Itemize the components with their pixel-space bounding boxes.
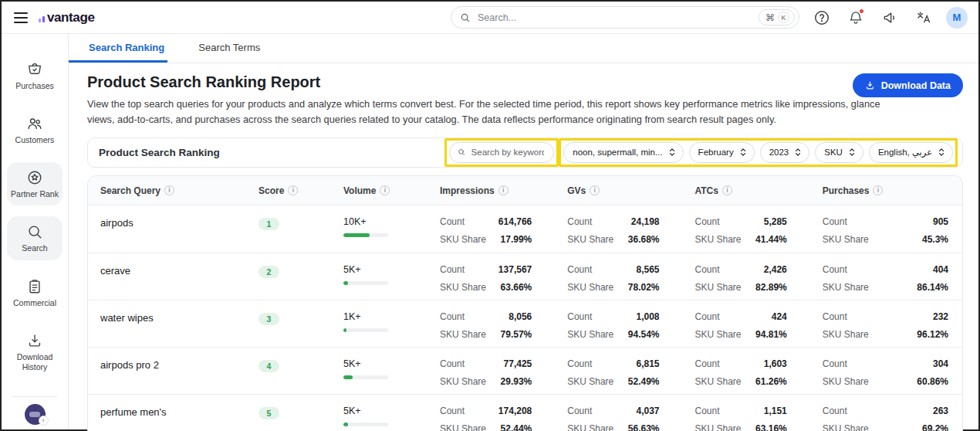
search-query-cell: airpods pro 2 — [100, 358, 259, 371]
gvs-sku-share: 78.02% — [628, 282, 660, 293]
language-button[interactable] — [912, 6, 935, 29]
marketplace-switcher[interactable]: › — [25, 404, 46, 425]
count-label: Count — [567, 216, 592, 227]
keyword-search-input[interactable] — [470, 147, 546, 158]
info-icon[interactable]: i — [164, 185, 174, 195]
impressions-cell: Count137,567 SKU Share63.66% — [440, 264, 567, 293]
sidebar-item-commercial[interactable]: Commercial — [7, 271, 63, 314]
impressions-cell: Count77,425 SKU Share29.93% — [440, 358, 567, 387]
table-row[interactable]: airpods pro 2 4 5K+ Count77,425 SKU Shar… — [88, 347, 962, 394]
sidebar-item-search[interactable]: Search — [7, 216, 63, 260]
sidebar-item-purchases[interactable]: Purchases — [7, 54, 63, 97]
notifications-button[interactable] — [844, 6, 867, 29]
search-ranking-table: Search Queryi Scorei Volumei Impressions… — [87, 175, 963, 431]
table-row[interactable]: airpods 1 10K+ Count614,766 SKU Share17.… — [88, 205, 962, 253]
gvs-sku-share: 52.49% — [628, 376, 660, 387]
sidebar-item-label: Partner Rank — [11, 189, 59, 199]
tab-search-terms[interactable]: Search Terms — [195, 34, 263, 63]
gvs-sku-share: 36.68% — [628, 234, 660, 245]
column-header-purchases[interactable]: Purchasesi — [823, 185, 950, 196]
info-icon[interactable]: i — [590, 185, 600, 195]
purchases-sku-share: 69.2% — [922, 423, 948, 431]
brand-logo[interactable]: vantage — [39, 10, 94, 25]
sidebar-divider — [12, 396, 57, 397]
count-label: Count — [567, 358, 592, 369]
column-header-volume[interactable]: Volumei — [343, 185, 440, 196]
score-badge: 1 — [259, 218, 279, 230]
table-row[interactable]: perfume men's 5 5K+ Count174,208 SKU Sha… — [88, 394, 962, 431]
purchases-cell: Count905 SKU Share45.3% — [823, 216, 950, 245]
purchases-sku-share: 96.12% — [917, 329, 948, 340]
filter-dropdown-2[interactable]: 2023 — [760, 142, 810, 163]
atcs-sku-share: 61.26% — [755, 376, 787, 387]
table-header-row: Search Queryi Scorei Volumei Impressions… — [88, 176, 962, 205]
table-row[interactable]: water wipes 3 1K+ Count8,056 SKU Share79… — [88, 300, 962, 347]
search-query-cell: cerave — [100, 264, 259, 277]
menu-hamburger-icon[interactable] — [14, 12, 28, 23]
column-header-impressions[interactable]: Impressionsi — [440, 185, 567, 196]
column-header-atcs[interactable]: ATCsi — [695, 185, 823, 196]
partner-rank-icon — [26, 169, 43, 186]
tab-search-ranking[interactable]: Search Ranking — [69, 34, 167, 63]
sort-chevrons-icon — [938, 148, 945, 157]
info-icon[interactable]: i — [288, 185, 298, 195]
purchases-cell: Count404 SKU Share86.14% — [823, 264, 950, 293]
notification-dot — [859, 8, 864, 14]
atcs-sku-share: 82.89% — [755, 282, 787, 293]
announcements-button[interactable] — [878, 6, 901, 29]
impressions-count: 8,056 — [509, 311, 532, 322]
impressions-sku-share: 63.66% — [501, 282, 532, 293]
report-tabs: Search Ranking Search Terms — [69, 34, 978, 63]
volume-value: 5K+ — [343, 406, 440, 416]
count-label: Count — [695, 358, 720, 369]
purchases-sku-share: 60.86% — [917, 376, 948, 387]
sidebar-item-partner-rank[interactable]: Partner Rank — [7, 162, 63, 205]
info-icon[interactable]: i — [873, 185, 883, 195]
info-icon[interactable]: i — [498, 185, 509, 195]
column-header-gvs[interactable]: GVsi — [567, 185, 694, 196]
sku-share-label: SKU Share — [440, 329, 486, 340]
gvs-cell: Count4,037 SKU Share56.63% — [567, 406, 694, 431]
volume-value: 5K+ — [343, 264, 440, 275]
download-data-button[interactable]: Download Data — [853, 73, 963, 97]
sku-share-label: SKU Share — [440, 234, 486, 245]
filter-value: noon, supermall, min... — [573, 148, 662, 157]
sidebar-item-customers[interactable]: Customers — [7, 108, 63, 151]
cmd-key: ⌘ — [765, 12, 775, 23]
sku-share-label: SKU Share — [440, 282, 486, 293]
impressions-cell: Count174,208 SKU Share52.44% — [440, 406, 567, 431]
info-icon[interactable]: i — [380, 185, 390, 195]
global-search-input[interactable] — [476, 12, 753, 24]
topbar: vantage ⌘ K M — [2, 2, 978, 34]
filter-dropdown-3[interactable]: SKU — [815, 142, 863, 163]
column-header-search-query[interactable]: Search Queryi — [100, 185, 259, 196]
count-label: Count — [440, 311, 465, 322]
sort-chevrons-icon — [739, 148, 747, 157]
info-icon[interactable]: i — [722, 185, 732, 195]
column-header-score[interactable]: Scorei — [259, 185, 343, 196]
page-title: Product Search Ranking Report — [87, 73, 960, 91]
gvs-count: 4,037 — [636, 406, 659, 416]
user-avatar[interactable]: M — [946, 7, 968, 29]
sidebar-item-label: Commercial — [13, 298, 56, 308]
count-label: Count — [567, 406, 592, 416]
volume-cell: 5K+ — [343, 358, 440, 379]
help-button[interactable] — [810, 6, 833, 29]
section-toolbar: Product Search Ranking noon, supermall, … — [87, 137, 963, 168]
brand-bars-icon — [39, 16, 45, 25]
gvs-cell: Count8,565 SKU Share78.02% — [567, 264, 694, 293]
filter-dropdown-0[interactable]: noon, supermall, min... — [563, 142, 683, 163]
table-row[interactable]: cerave 2 5K+ Count137,567 SKU Share63.66… — [88, 253, 962, 300]
purchases-count: 232 — [933, 311, 948, 322]
atcs-count: 5,285 — [764, 216, 787, 227]
chevron-right-icon: › — [39, 416, 49, 426]
atcs-cell: Count2,426 SKU Share82.89% — [695, 264, 823, 293]
filter-dropdown-1[interactable]: February — [689, 142, 755, 163]
filter-dropdown-4[interactable]: English, عربي — [869, 142, 953, 163]
purchases-cell: Count263 SKU Share69.2% — [823, 406, 950, 431]
score-badge: 5 — [259, 407, 279, 419]
global-search[interactable]: ⌘ K — [451, 6, 799, 29]
sidebar-item-download-history[interactable]: Download History — [7, 325, 63, 378]
keyword-search[interactable] — [449, 142, 554, 163]
atcs-count: 2,426 — [764, 264, 787, 275]
